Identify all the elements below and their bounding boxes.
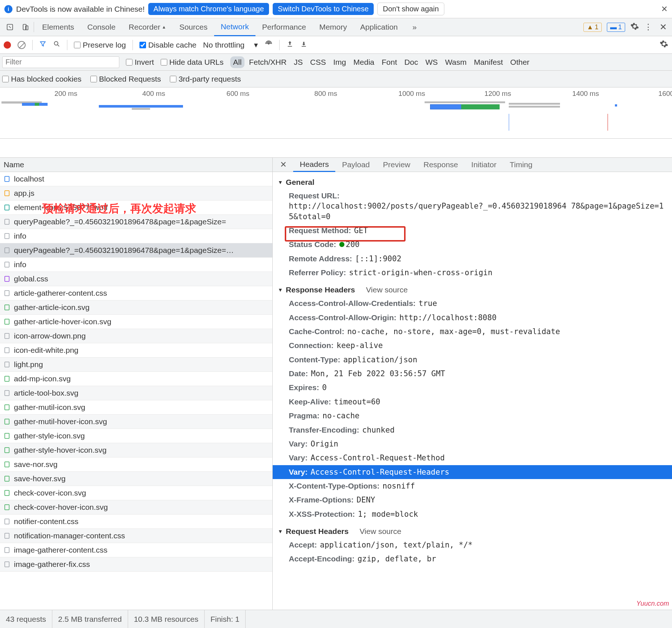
request-row[interactable]: gather-article-hover-icon.svg <box>0 315 272 329</box>
blocked-cookies-checkbox[interactable]: Has blocked cookies <box>2 75 82 83</box>
network-conditions-icon[interactable] <box>265 40 273 50</box>
header-row[interactable]: Vary:Access-Control-Request-Headers <box>273 465 672 479</box>
header-row[interactable]: Accept:application/json, text/plain, */* <box>278 538 667 552</box>
device-mode-icon[interactable] <box>18 21 32 33</box>
request-row[interactable]: queryPageable?_=0.4560321901896478&page=… <box>0 215 272 229</box>
detail-tab-timing[interactable]: Timing <box>503 157 539 172</box>
request-row[interactable]: app.js <box>0 186 272 201</box>
dont-show-again-button[interactable]: Don't show again <box>377 3 444 15</box>
header-row[interactable]: Access-Control-Allow-Origin:http://local… <box>278 311 667 325</box>
invert-checkbox[interactable]: Invert <box>126 58 154 67</box>
preserve-log-checkbox[interactable]: Preserve log <box>74 41 126 49</box>
filter-type-img[interactable]: Img <box>331 56 349 68</box>
import-har-icon[interactable] <box>286 40 294 49</box>
filter-type-font[interactable]: Font <box>379 56 400 68</box>
panel-tab-recorder[interactable]: Recorder ▲ <box>122 18 173 36</box>
request-row[interactable]: gather-mutil-hover-icon.svg <box>0 415 272 429</box>
filter-type-media[interactable]: Media <box>351 56 377 68</box>
filter-type-js[interactable]: JS <box>291 56 306 68</box>
header-row[interactable]: Date:Mon, 21 Feb 2022 03:56:57 GMT <box>278 367 667 381</box>
filter-type-all[interactable]: All <box>230 56 244 68</box>
header-row[interactable]: Request URL:http://localhost:9002/posts/… <box>278 189 667 224</box>
panel-tab-memory[interactable]: Memory <box>313 18 354 36</box>
third-party-checkbox[interactable]: 3rd-party requests <box>170 75 241 83</box>
request-row[interactable]: save-hover.svg <box>0 472 272 486</box>
request-row[interactable]: queryPageable?_=0.4560321901896478&page=… <box>0 243 272 258</box>
requests-header[interactable]: Name <box>0 157 273 172</box>
panel-tab-console[interactable]: Console <box>81 18 122 36</box>
request-row[interactable]: global.css <box>0 272 272 286</box>
section-header[interactable]: ▼ Request HeadersView source <box>278 525 667 538</box>
infos-badge[interactable]: ▬ 1 <box>607 23 625 32</box>
detail-tab-preview[interactable]: Preview <box>376 157 417 172</box>
header-row[interactable]: Cache-Control:no-cache, no-store, max-ag… <box>278 325 667 339</box>
close-icon[interactable]: ✕ <box>661 4 668 14</box>
request-row[interactable]: image-gatherer-fix.css <box>0 557 272 572</box>
blocked-requests-checkbox[interactable]: Blocked Requests <box>90 75 161 83</box>
detail-tab-headers[interactable]: Headers <box>293 157 335 172</box>
header-row[interactable]: Vary:Origin <box>278 437 667 451</box>
header-row[interactable]: Content-Type:application/json <box>278 353 667 367</box>
request-row[interactable]: notifier-content.css <box>0 515 272 529</box>
request-row[interactable]: check-cover-icon.svg <box>0 486 272 500</box>
search-icon[interactable] <box>53 40 60 49</box>
header-row[interactable]: Expires:0 <box>278 381 667 395</box>
throttling-select[interactable]: No throttling ▾ <box>203 41 258 49</box>
panel-tab-elements[interactable]: Elements <box>36 18 81 36</box>
request-row[interactable]: save-nor.svg <box>0 457 272 472</box>
request-row[interactable]: info <box>0 258 272 272</box>
export-har-icon[interactable] <box>300 40 307 49</box>
request-row[interactable]: info <box>0 229 272 243</box>
record-button[interactable] <box>4 41 11 49</box>
network-settings-icon[interactable] <box>660 40 668 50</box>
panel-tab-performance[interactable]: Performance <box>255 18 313 36</box>
view-source-link[interactable]: View source <box>366 285 408 294</box>
close-devtools-icon[interactable]: ✕ <box>660 22 667 32</box>
request-row[interactable]: gather-style-hover-icon.svg <box>0 443 272 457</box>
section-header[interactable]: ▼ Response HeadersView source <box>278 283 667 296</box>
filter-type-doc[interactable]: Doc <box>402 56 421 68</box>
request-row[interactable]: gather-article-icon.svg <box>0 300 272 315</box>
detail-tab-initiator[interactable]: Initiator <box>465 157 503 172</box>
request-row[interactable]: gather-mutil-icon.svg <box>0 400 272 415</box>
header-row[interactable]: Transfer-Encoding:chunked <box>278 423 667 437</box>
detail-tab-response[interactable]: Response <box>417 157 465 172</box>
detail-tab-payload[interactable]: Payload <box>335 157 376 172</box>
filter-type-ws[interactable]: WS <box>422 56 441 68</box>
request-row[interactable]: localhost <box>0 172 272 186</box>
switch-devtools-button[interactable]: Switch DevTools to Chinese <box>273 3 374 15</box>
request-row[interactable]: check-cover-hover-icon.svg <box>0 500 272 515</box>
always-match-button[interactable]: Always match Chrome's language <box>148 3 269 15</box>
header-row[interactable]: Referrer Policy:strict-origin-when-cross… <box>278 266 667 280</box>
request-row[interactable]: article-gatherer-content.css <box>0 286 272 300</box>
request-row[interactable]: add-mp-icon.svg <box>0 372 272 386</box>
filter-input[interactable] <box>2 56 119 68</box>
header-row[interactable]: Connection:keep-alive <box>278 339 667 352</box>
close-details-icon[interactable]: ✕ <box>275 160 292 169</box>
request-row[interactable]: icon-arrow-down.png <box>0 329 272 343</box>
hide-data-urls-checkbox[interactable]: Hide data URLs <box>161 58 224 67</box>
disable-cache-checkbox[interactable]: Disable cache <box>139 41 197 49</box>
timeline-overview[interactable]: 200 ms400 ms600 ms800 ms1000 ms1200 ms14… <box>0 87 672 139</box>
request-row[interactable]: gather-style-icon.svg <box>0 429 272 443</box>
filter-type-fetchxhr[interactable]: Fetch/XHR <box>246 56 290 68</box>
header-row[interactable]: Vary:Access-Control-Request-Method <box>278 451 667 465</box>
header-row[interactable]: Access-Control-Allow-Credentials:true <box>278 296 667 310</box>
panel-tab-network[interactable]: Network <box>214 18 255 36</box>
more-panels-icon[interactable]: » <box>406 18 423 36</box>
filter-icon[interactable] <box>39 40 46 49</box>
warnings-badge[interactable]: ▲ 1 <box>583 23 602 32</box>
filter-type-wasm[interactable]: Wasm <box>442 56 470 68</box>
request-row[interactable]: light.png <box>0 358 272 372</box>
header-row[interactable]: Pragma:no-cache <box>278 409 667 423</box>
header-row[interactable]: X-XSS-Protection:1; mode=block <box>278 507 667 521</box>
filter-type-manifest[interactable]: Manifest <box>471 56 506 68</box>
header-row[interactable]: X-Frame-Options:DENY <box>278 493 667 507</box>
request-row[interactable]: notification-manager-content.css <box>0 529 272 543</box>
filter-type-css[interactable]: CSS <box>307 56 329 68</box>
view-source-link[interactable]: View source <box>359 527 401 536</box>
section-header[interactable]: ▼ General <box>278 176 667 189</box>
header-row[interactable]: X-Content-Type-Options:nosniff <box>278 479 667 493</box>
header-row[interactable]: Keep-Alive:timeout=60 <box>278 395 667 409</box>
request-row[interactable]: article-tool-box.svg <box>0 386 272 400</box>
